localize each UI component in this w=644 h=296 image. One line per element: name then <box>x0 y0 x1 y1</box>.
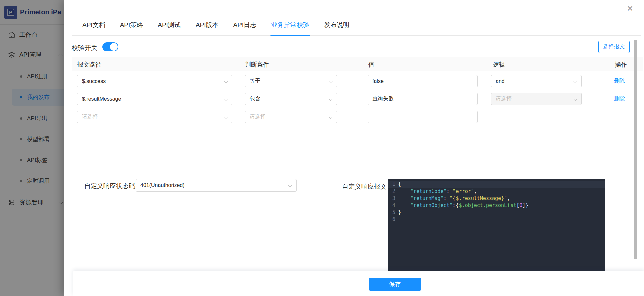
section-divider <box>72 167 643 167</box>
row-divider <box>72 90 643 90</box>
code-token: "returnMsg" <box>410 195 443 202</box>
condition-select[interactable]: 请选择 <box>245 111 337 123</box>
row-divider <box>72 126 643 126</box>
value-input[interactable] <box>368 111 478 123</box>
response-body-code-editor[interactable]: 1{ 2 "returnCode": "error", 3 "returnMsg… <box>388 179 605 271</box>
code-token: : <box>443 195 449 202</box>
code-line: 5} <box>388 209 605 216</box>
path-select[interactable]: 请选择 <box>77 111 232 123</box>
tab-bar: API文档 API策略 API测试 API版本 API日志 业务异常校验 发布说… <box>72 14 641 36</box>
condition-select-value: 等于 <box>250 78 260 85</box>
check-switch-label: 校验开关 <box>72 44 97 52</box>
table-header-row: 报文路径 判断条件 值 逻辑 操作 <box>72 57 643 71</box>
condition-select[interactable]: 等于 <box>245 75 337 87</box>
code-token: "returnObject" <box>410 202 452 209</box>
condition-select-value: 包含 <box>250 95 260 102</box>
logic-select-placeholder: 请选择 <box>496 95 512 102</box>
chevron-down-icon <box>288 183 292 187</box>
tab-api-version[interactable]: API版本 <box>196 14 219 36</box>
tab-business-exception-check[interactable]: 业务异常校验 <box>271 14 309 36</box>
logic-select[interactable]: and <box>491 75 582 87</box>
status-code-label: 自定义响应状态码 <box>84 182 135 191</box>
close-icon[interactable]: ✕ <box>627 5 633 13</box>
chevron-down-icon <box>224 79 228 83</box>
delete-row-link[interactable]: 删除 <box>614 78 625 85</box>
line-number: 1 <box>388 181 398 188</box>
code-line: 3 "returnMsg": "{$.resultMessage}", <box>388 195 605 202</box>
chevron-down-icon <box>573 97 577 101</box>
code-token: "{$.resultMessage}" <box>450 195 507 202</box>
select-message-button[interactable]: 选择报文 <box>598 41 630 53</box>
tab-api-log[interactable]: API日志 <box>233 14 257 36</box>
condition-select-placeholder: 请选择 <box>250 113 266 120</box>
path-select[interactable]: $.success <box>77 75 232 87</box>
code-token: : <box>447 188 453 195</box>
condition-select[interactable]: 包含 <box>245 93 337 105</box>
path-select[interactable]: $.resultMessage <box>77 93 232 105</box>
path-select-placeholder: 请选择 <box>82 113 98 120</box>
toggle-knob <box>110 43 118 51</box>
code-line: 1{ <box>388 181 605 188</box>
check-switch-toggle[interactable] <box>102 42 118 51</box>
chevron-down-icon <box>224 97 228 101</box>
tab-api-policy[interactable]: API策略 <box>120 14 143 36</box>
modal-backdrop <box>0 0 64 296</box>
vertical-scrollbar[interactable] <box>634 40 637 259</box>
chevron-down-icon <box>573 79 577 83</box>
save-button[interactable]: 保存 <box>369 278 421 291</box>
delete-row-link[interactable]: 删除 <box>614 95 625 102</box>
line-number: 5 <box>388 209 398 216</box>
chevron-down-icon <box>329 115 332 119</box>
col-header-logic: 逻辑 <box>493 60 505 69</box>
code-token <box>398 202 410 209</box>
code-line: 4 "returnObject":{$.object.personList[0]… <box>388 202 605 209</box>
chevron-down-icon <box>329 79 332 83</box>
status-code-select[interactable]: 401(Unauthorized) <box>136 179 297 192</box>
path-select-value: $.resultMessage <box>82 96 121 102</box>
logic-select-value: and <box>496 78 505 84</box>
chevron-down-icon <box>224 115 228 119</box>
code-token: "returnCode" <box>410 188 446 195</box>
code-token: $.object.personList <box>459 202 517 209</box>
line-number: 4 <box>388 202 398 209</box>
code-token: , <box>507 195 510 202</box>
tab-api-docs[interactable]: API文档 <box>82 14 105 36</box>
publish-detail-modal: ✕ API文档 API策略 API测试 API版本 API日志 业务异常校验 发… <box>64 0 644 296</box>
col-header-action: 操作 <box>615 60 627 69</box>
tab-api-test[interactable]: API测试 <box>158 14 181 36</box>
value-input[interactable] <box>368 75 478 87</box>
path-select-value: $.success <box>82 78 106 84</box>
row-divider <box>72 108 643 108</box>
line-number: 3 <box>388 195 398 202</box>
footer-bar: 保存 <box>73 271 644 296</box>
code-token: "error" <box>453 188 474 195</box>
sidebar: P Primeton iPa 工作台 API管理 API注册 我的发布 <box>0 0 64 296</box>
code-token: { <box>398 181 401 188</box>
code-line: 2 "returnCode": "error", <box>388 188 605 195</box>
line-number: 2 <box>388 188 398 195</box>
col-header-message-path: 报文路径 <box>77 60 101 69</box>
line-number: 6 <box>388 216 398 223</box>
code-token <box>398 188 410 195</box>
app-root: P Primeton iPa 工作台 API管理 API注册 我的发布 <box>0 0 644 296</box>
code-token: , <box>474 188 477 195</box>
col-header-condition: 判断条件 <box>245 60 269 69</box>
code-line: 6 <box>388 216 605 223</box>
code-token: ]} <box>522 202 528 209</box>
code-token <box>398 195 410 202</box>
code-token: 0 <box>519 202 522 209</box>
status-code-value: 401(Unauthorized) <box>140 182 185 188</box>
value-input[interactable] <box>368 93 478 105</box>
code-token: } <box>398 209 401 216</box>
tab-release-notes[interactable]: 发布说明 <box>324 14 350 36</box>
response-body-label: 自定义响应报文 <box>342 182 387 191</box>
col-header-value: 值 <box>368 60 374 69</box>
code-token: [ <box>516 202 519 209</box>
chevron-down-icon <box>329 97 332 101</box>
code-token: :{ <box>453 202 459 209</box>
logic-select-disabled: 请选择 <box>491 93 582 105</box>
